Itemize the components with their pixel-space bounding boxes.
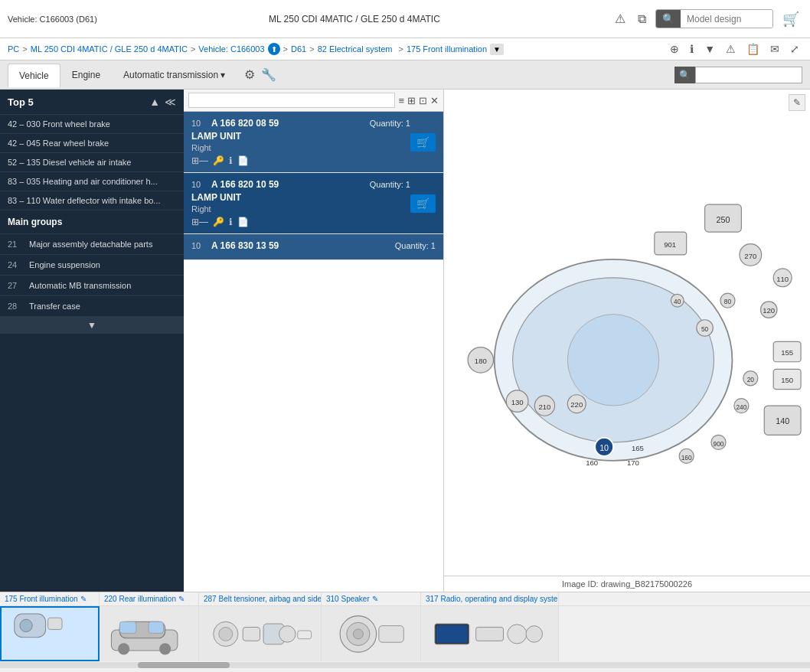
svg-text:170: 170 — [627, 458, 639, 467]
part-grid-icon-1[interactable]: ⊞— — [191, 217, 208, 227]
alert-icon[interactable]: ⚠ — [723, 41, 739, 57]
info-icon[interactable]: ℹ — [687, 41, 697, 57]
breadcrumb-pc[interactable]: PC — [8, 44, 19, 54]
collapse-icon[interactable]: ▲ — [149, 96, 160, 108]
svg-rect-66 — [436, 625, 468, 642]
image-id-bar: Image ID: drawing_B82175000226 — [444, 576, 810, 592]
edit-icon-3: ✎ — [372, 595, 378, 603]
settings-icon[interactable]: ⚙ — [241, 66, 258, 83]
svg-rect-57 — [243, 627, 260, 641]
part-key-icon-0[interactable]: 🔑 — [213, 155, 224, 166]
svg-text:40: 40 — [674, 298, 681, 305]
main-groups-header: Main groups — [0, 210, 184, 234]
sidebar-item-front-wheel-brake[interactable]: 42 – 030 Front wheel brake — [0, 115, 184, 134]
breadcrumb-electrical[interactable]: 82 Electrical system — [318, 44, 393, 54]
sidebar-scroll-down[interactable]: ▼ — [0, 317, 184, 334]
part-key-icon-1[interactable]: 🔑 — [213, 217, 224, 227]
diagram-toolbar: ✎ — [789, 94, 805, 111]
thumb-label-0[interactable]: 175 Front illumination ✎ — [0, 592, 100, 605]
expand-icon[interactable]: ⤢ — [787, 41, 802, 57]
model-search-input[interactable] — [681, 11, 772, 28]
part-pos-0: 10 — [191, 119, 208, 128]
breadcrumb-vehicle[interactable]: Vehicle: C166003 — [198, 44, 264, 54]
svg-text:270: 270 — [744, 252, 756, 260]
thumb-label-4[interactable]: 317 Radio, operating and display syste..… — [421, 592, 559, 605]
warning-icon[interactable]: ⚠ — [612, 10, 629, 28]
search-button[interactable]: 🔍 — [656, 10, 681, 28]
part-name-0: LAMP UNIT — [191, 131, 410, 142]
thumb-image-4[interactable] — [421, 606, 559, 661]
sidebar-item-heating[interactable]: 83 – 035 Heating and air conditioner h..… — [0, 172, 184, 191]
part-grid-icon-0[interactable]: ⊞— — [191, 155, 208, 166]
thumb-image-0[interactable] — [0, 606, 100, 661]
tools-icon[interactable]: 🔧 — [258, 66, 279, 83]
part-id-0: A 166 820 08 59 — [211, 118, 370, 129]
breadcrumb-bar: PC > ML 250 CDI 4MATIC / GLE 250 d 4MATI… — [0, 38, 810, 60]
svg-text:120: 120 — [763, 306, 775, 315]
center-panel: ≡ ⊞ ⊡ ✕ 10 A 166 820 08 59 Quantity: 1 L… — [184, 90, 444, 592]
vehicle-dropdown-icon[interactable]: ⬆ — [268, 43, 280, 55]
mail-icon[interactable]: ✉ — [767, 41, 782, 57]
diagram-area: 250 901 270 110 120 155 150 140 — [444, 90, 810, 576]
thumb-image-3[interactable] — [322, 606, 421, 661]
parts-search-input[interactable] — [188, 93, 395, 108]
tab-search-button[interactable]: 🔍 — [674, 67, 695, 83]
part-info-icon-1[interactable]: ℹ — [229, 217, 233, 227]
main-group-28[interactable]: 28 Transfer case — [0, 296, 184, 317]
list-view-icon[interactable]: ≡ — [398, 95, 404, 106]
svg-text:901: 901 — [664, 240, 676, 249]
illumination-dropdown[interactable]: ▼ — [490, 44, 504, 55]
breadcrumb-d61[interactable]: D61 — [291, 44, 306, 54]
svg-point-47 — [20, 620, 32, 632]
main-group-21[interactable]: 21 Major assembly detachable parts — [0, 234, 184, 255]
tab-automatic-transmission[interactable]: Automatic transmission ▾ — [112, 63, 237, 86]
main-group-27[interactable]: 27 Automatic MB transmission — [0, 276, 184, 296]
thumbnails-scrollbar[interactable] — [0, 662, 810, 668]
tab-search-input[interactable] — [695, 67, 802, 83]
svg-text:900: 900 — [714, 440, 724, 448]
add-to-cart-0[interactable]: 🛒 — [410, 133, 436, 152]
thumb-image-2[interactable] — [199, 606, 322, 661]
part-id-2: A 166 830 13 59 — [211, 240, 395, 251]
part-info-icon-0[interactable]: ℹ — [229, 155, 233, 166]
part-doc-icon-0[interactable]: 📄 — [237, 155, 249, 166]
grid-view-icon[interactable]: ⊞ — [407, 95, 416, 106]
thumb-label-3[interactable]: 310 Speaker ✎ — [322, 592, 421, 605]
svg-rect-48 — [48, 618, 62, 630]
main-group-24[interactable]: 24 Engine suspension — [0, 255, 184, 276]
svg-text:130: 130 — [511, 398, 524, 406]
thumb-label-2[interactable]: 287 Belt tensioner, airbag and side airb… — [199, 592, 322, 605]
sidebar-item-diesel-air[interactable]: 52 – 135 Diesel vehicle air intake — [0, 153, 184, 172]
thumb-label-1[interactable]: 220 Rear illumination ✎ — [100, 592, 199, 605]
svg-text:165: 165 — [632, 444, 644, 452]
part-qty-1: Quantity: 1 — [370, 180, 410, 189]
svg-text:150: 150 — [781, 376, 793, 384]
tab-engine[interactable]: Engine — [60, 63, 112, 86]
svg-text:240: 240 — [736, 403, 746, 411]
svg-text:50: 50 — [701, 325, 709, 333]
svg-rect-67 — [476, 627, 504, 641]
expand-view-icon[interactable]: ⊡ — [419, 95, 427, 106]
vehicle-label: Vehicle: C166003 (D61) — [8, 15, 97, 24]
sidebar-item-water-deflector[interactable]: 83 – 110 Water deflector with intake bo.… — [0, 191, 184, 210]
svg-text:160: 160 — [586, 458, 598, 467]
zoom-in-icon[interactable]: ⊕ — [667, 41, 682, 57]
svg-point-2 — [567, 315, 659, 406]
tab-vehicle[interactable]: Vehicle — [8, 64, 60, 87]
top-bar: Vehicle: C166003 (D61) ML 250 CDI 4MATIC… — [0, 0, 810, 38]
breadcrumb-model[interactable]: ML 250 CDI 4MATIC / GLE 250 d 4MATIC — [31, 44, 188, 54]
close-view-icon[interactable]: ✕ — [430, 95, 439, 106]
thumbnails-images — [0, 606, 810, 662]
menu-icon[interactable]: ≪ — [165, 96, 176, 108]
sidebar-item-rear-wheel-brake[interactable]: 42 – 045 Rear wheel brake — [0, 134, 184, 153]
cart-icon[interactable]: 🛒 — [779, 9, 802, 29]
breadcrumb-illumination[interactable]: 175 Front illumination — [407, 44, 487, 54]
part-doc-icon-1[interactable]: 📄 — [237, 217, 249, 227]
svg-rect-60 — [298, 631, 312, 639]
thumb-image-1[interactable] — [100, 606, 199, 661]
catalog-icon[interactable]: 📋 — [743, 41, 763, 57]
copy-icon[interactable]: ⧉ — [635, 11, 649, 28]
add-to-cart-1[interactable]: 🛒 — [410, 194, 436, 213]
filter-icon[interactable]: ▼ — [701, 41, 718, 57]
edit-diagram-icon[interactable]: ✎ — [789, 94, 805, 111]
